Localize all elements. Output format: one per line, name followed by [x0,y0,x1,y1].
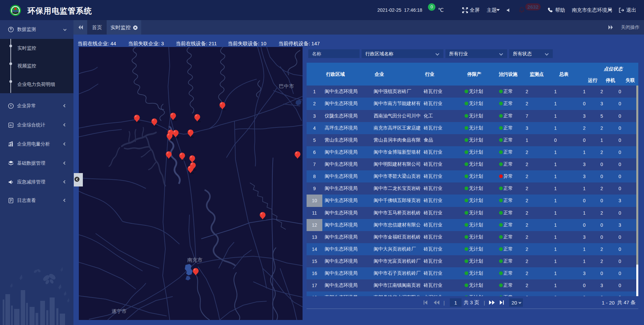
svg-text:巴中市: 巴中市 [279,83,294,89]
svg-text:遂宁市: 遂宁市 [112,308,127,314]
svg-text:南充市: 南充市 [187,257,203,263]
